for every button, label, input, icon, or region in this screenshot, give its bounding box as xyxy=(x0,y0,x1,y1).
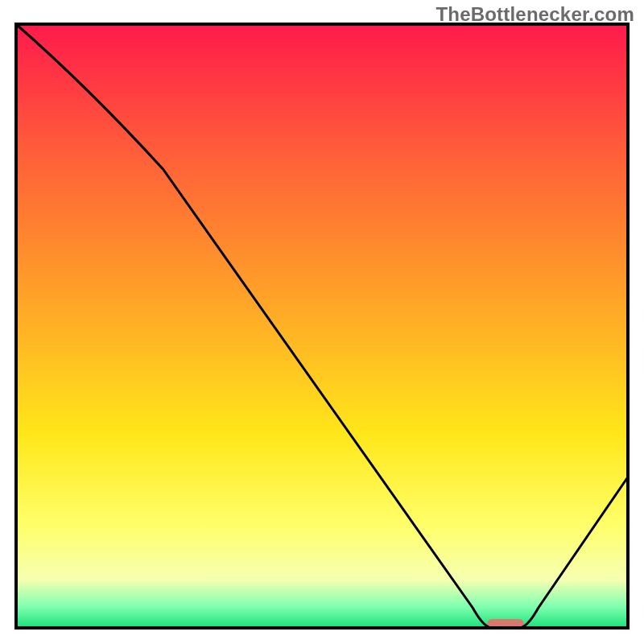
bottleneck-chart xyxy=(0,0,644,644)
chart-container: TheBottlenecker.com xyxy=(0,0,644,644)
chart-gradient-bg xyxy=(16,24,628,628)
